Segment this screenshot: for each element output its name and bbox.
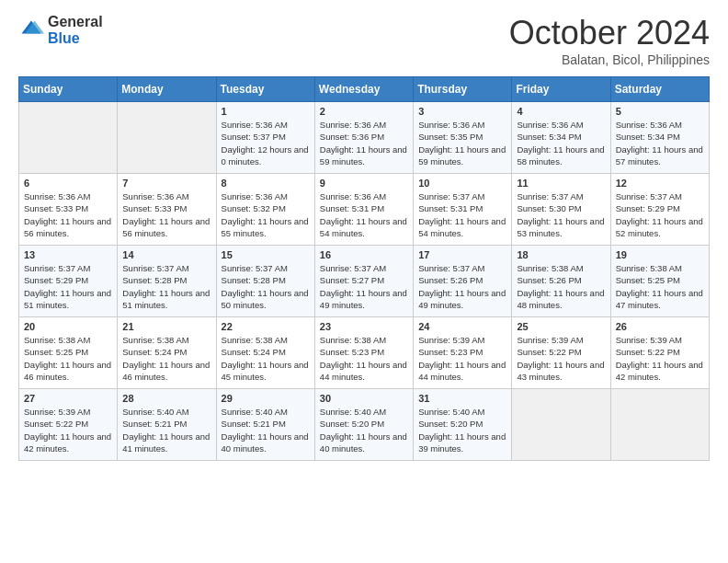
location-subtitle: Balatan, Bicol, Philippines [509,52,710,67]
sunset-text: Sunset: 5:22 PM [616,347,680,357]
sunrise-text: Sunrise: 5:36 AM [222,120,288,130]
day-number: 11 [517,178,605,189]
week-row-5: 27 Sunrise: 5:39 AM Sunset: 5:22 PM Dayl… [19,389,710,461]
cell-info: Sunrise: 5:36 AM Sunset: 5:34 PM Dayligh… [616,119,704,167]
cell-info: Sunrise: 5:39 AM Sunset: 5:22 PM Dayligh… [24,406,112,454]
day-cell [118,102,216,174]
sunrise-text: Sunrise: 5:37 AM [122,263,188,273]
day-cell: 20 Sunrise: 5:38 AM Sunset: 5:25 PM Dayl… [19,317,118,389]
logo-general-text: General [48,14,103,30]
sunset-text: Sunset: 5:30 PM [517,203,581,213]
day-number: 19 [616,249,704,260]
day-cell [610,389,709,461]
page-header: General Blue October 2024 Balatan, Bicol… [18,14,710,67]
cell-info: Sunrise: 5:38 AM Sunset: 5:24 PM Dayligh… [122,334,210,383]
cell-info: Sunrise: 5:40 AM Sunset: 5:21 PM Dayligh… [222,406,310,454]
sunset-text: Sunset: 5:24 PM [122,347,187,357]
day-cell: 18 Sunrise: 5:38 AM Sunset: 5:26 PM Dayl… [512,246,610,317]
day-number: 17 [418,249,506,260]
day-cell: 19 Sunrise: 5:38 AM Sunset: 5:25 PM Dayl… [610,246,709,317]
header-row: Sunday Monday Tuesday Wednesday Thursday… [19,77,710,102]
col-sunday: Sunday [19,77,118,102]
sunset-text: Sunset: 5:34 PM [616,132,680,142]
day-cell: 10 Sunrise: 5:37 AM Sunset: 5:31 PM Dayl… [414,174,512,246]
day-number: 24 [418,321,506,332]
day-number: 21 [122,321,210,332]
sunset-text: Sunset: 5:20 PM [320,419,384,429]
sunset-text: Sunset: 5:33 PM [24,203,88,213]
daylight-text: Daylight: 11 hours and 42 minutes. [24,431,111,454]
daylight-text: Daylight: 11 hours and 56 minutes. [122,216,210,238]
day-number: 5 [616,106,704,117]
daylight-text: Daylight: 11 hours and 56 minutes. [24,216,111,238]
day-cell: 24 Sunrise: 5:39 AM Sunset: 5:23 PM Dayl… [414,317,512,389]
day-cell: 31 Sunrise: 5:40 AM Sunset: 5:20 PM Dayl… [414,389,512,461]
daylight-text: Daylight: 11 hours and 49 minutes. [418,288,506,310]
cell-info: Sunrise: 5:38 AM Sunset: 5:25 PM Dayligh… [24,334,112,383]
daylight-text: Daylight: 11 hours and 40 minutes. [320,431,407,454]
daylight-text: Daylight: 11 hours and 48 minutes. [517,288,604,310]
sunset-text: Sunset: 5:24 PM [222,347,286,357]
sunrise-text: Sunrise: 5:40 AM [418,407,484,417]
cell-info: Sunrise: 5:40 AM Sunset: 5:21 PM Dayligh… [122,406,210,454]
cell-info: Sunrise: 5:36 AM Sunset: 5:33 PM Dayligh… [24,190,112,239]
day-number: 27 [24,393,112,404]
cell-info: Sunrise: 5:38 AM Sunset: 5:26 PM Dayligh… [517,262,605,311]
sunrise-text: Sunrise: 5:37 AM [320,263,386,273]
sunset-text: Sunset: 5:23 PM [320,347,384,357]
daylight-text: Daylight: 11 hours and 53 minutes. [517,216,604,238]
daylight-text: Daylight: 12 hours and 0 minutes. [222,144,309,167]
sunrise-text: Sunrise: 5:37 AM [616,191,682,201]
cell-info: Sunrise: 5:37 AM Sunset: 5:29 PM Dayligh… [616,190,704,239]
daylight-text: Daylight: 11 hours and 47 minutes. [616,288,703,310]
day-cell: 29 Sunrise: 5:40 AM Sunset: 5:21 PM Dayl… [216,389,314,461]
sunrise-text: Sunrise: 5:36 AM [320,191,386,201]
cell-info: Sunrise: 5:36 AM Sunset: 5:33 PM Dayligh… [122,190,210,239]
calendar-page: General Blue October 2024 Balatan, Bicol… [0,0,728,563]
day-cell: 27 Sunrise: 5:39 AM Sunset: 5:22 PM Dayl… [19,389,118,461]
col-thursday: Thursday [414,77,512,102]
sunset-text: Sunset: 5:31 PM [320,203,384,213]
day-number: 13 [24,249,112,260]
sunrise-text: Sunrise: 5:36 AM [320,120,386,130]
sunset-text: Sunset: 5:26 PM [418,275,483,285]
sunrise-text: Sunrise: 5:36 AM [517,120,583,130]
week-row-2: 6 Sunrise: 5:36 AM Sunset: 5:33 PM Dayli… [19,174,710,246]
sunset-text: Sunset: 5:34 PM [517,132,581,142]
sunset-text: Sunset: 5:32 PM [222,203,286,213]
day-number: 22 [222,321,310,332]
sunrise-text: Sunrise: 5:38 AM [24,335,90,345]
sunrise-text: Sunrise: 5:38 AM [122,335,188,345]
logo-icon [18,17,44,43]
day-cell [19,102,118,174]
logo-blue-text: Blue [48,30,103,47]
sunrise-text: Sunrise: 5:37 AM [24,263,90,273]
cell-info: Sunrise: 5:36 AM Sunset: 5:37 PM Dayligh… [222,119,310,167]
day-cell: 30 Sunrise: 5:40 AM Sunset: 5:20 PM Dayl… [314,389,413,461]
sunset-text: Sunset: 5:23 PM [418,347,483,357]
daylight-text: Daylight: 11 hours and 59 minutes. [320,144,407,167]
cell-info: Sunrise: 5:37 AM Sunset: 5:31 PM Dayligh… [418,190,506,239]
cell-info: Sunrise: 5:37 AM Sunset: 5:26 PM Dayligh… [418,262,506,311]
col-friday: Friday [512,77,610,102]
col-wednesday: Wednesday [314,77,413,102]
sunrise-text: Sunrise: 5:39 AM [24,407,90,417]
sunrise-text: Sunrise: 5:37 AM [222,263,288,273]
daylight-text: Daylight: 11 hours and 59 minutes. [418,144,506,167]
day-number: 1 [222,106,310,117]
day-cell [512,389,610,461]
cell-info: Sunrise: 5:36 AM Sunset: 5:31 PM Dayligh… [320,190,408,239]
day-number: 14 [122,249,210,260]
day-number: 23 [320,321,408,332]
day-number: 20 [24,321,112,332]
sunset-text: Sunset: 5:25 PM [24,347,88,357]
day-cell: 8 Sunrise: 5:36 AM Sunset: 5:32 PM Dayli… [216,174,314,246]
day-number: 10 [418,178,506,189]
cell-info: Sunrise: 5:37 AM Sunset: 5:28 PM Dayligh… [122,262,210,311]
daylight-text: Daylight: 11 hours and 44 minutes. [320,360,407,382]
cell-info: Sunrise: 5:39 AM Sunset: 5:22 PM Dayligh… [517,334,605,383]
sunrise-text: Sunrise: 5:39 AM [517,335,583,345]
day-cell: 3 Sunrise: 5:36 AM Sunset: 5:35 PM Dayli… [414,102,512,174]
day-cell: 23 Sunrise: 5:38 AM Sunset: 5:23 PM Dayl… [314,317,413,389]
daylight-text: Daylight: 11 hours and 51 minutes. [122,288,210,310]
